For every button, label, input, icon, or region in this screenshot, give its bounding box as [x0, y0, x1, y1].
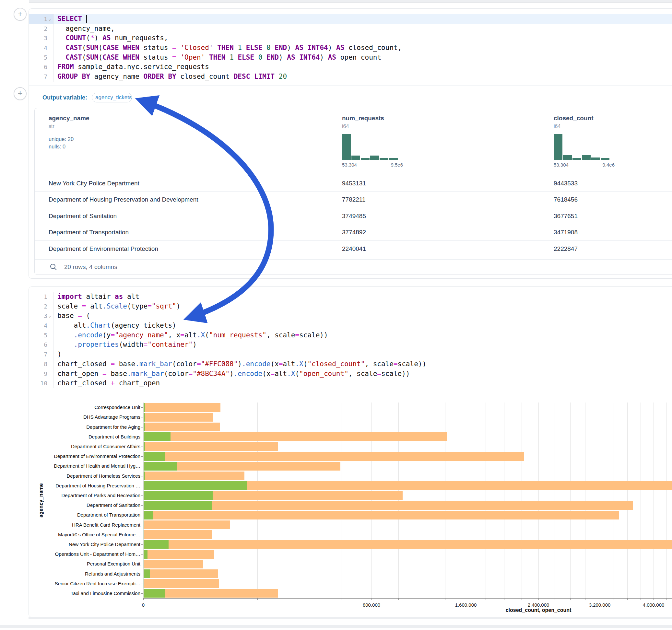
histogram-bars [554, 134, 611, 160]
code-line[interactable]: 2scale = alt.Scale(type="sqrt") [29, 302, 672, 311]
code-token: scale [57, 302, 82, 310]
code-token: ) [279, 53, 287, 61]
code-token: CAST [66, 44, 82, 51]
python-editor[interactable]: 1import altair as alt2scale = alt.Scale(… [29, 292, 672, 388]
bar-open [144, 550, 147, 559]
code-line[interactable]: 8chart_closed = base.mark_bar(color="#FF… [29, 359, 672, 369]
code-token: = [78, 312, 82, 319]
table-row[interactable]: New York City Police Department945313194… [35, 175, 672, 191]
table-row[interactable]: Department of Sanitation37494853677651 [35, 208, 672, 224]
code-line[interactable]: 1⌄SELECT [29, 14, 672, 24]
column-header[interactable]: agency_namestrunique: 20nulls: 0 [49, 115, 90, 150]
code-token: ( [304, 360, 308, 368]
bar-chart: Correspondence UnitDHS Advantage Program… [29, 401, 672, 615]
code-line[interactable]: 4 CAST(SUM(CASE WHEN status = 'Closed' T… [29, 43, 672, 53]
code-token: (agency_tickets) [111, 321, 176, 329]
chart-gridline [341, 403, 341, 598]
line-number-gutter: 6 [29, 340, 53, 350]
code-token: "closed_count" [307, 360, 365, 368]
y-axis-label: Department of Environmental Protection [29, 453, 140, 459]
table-row[interactable]: Department of Transportation377489234719… [35, 224, 672, 240]
python-cell: 1import altair as alt2scale = alt.Scale(… [28, 287, 672, 617]
code-line[interactable]: 6 .properties(width="container") [29, 340, 672, 350]
y-axis-label: Department of Housing Preservation … [29, 483, 140, 489]
code-line[interactable]: 3⌄base = ( [29, 311, 672, 321]
code-line[interactable]: 5 CAST(SUM(CASE WHEN status = 'Open' THE… [29, 53, 672, 63]
code-line[interactable]: 7GROUP BY agency_name ORDER BY closed_co… [29, 72, 672, 82]
bar-open [144, 530, 144, 539]
y-axis-tick [141, 456, 143, 457]
code-token [242, 44, 246, 51]
code-token: ) [176, 302, 181, 310]
code-line-text: scale = alt.Scale(type="sqrt") [53, 302, 672, 311]
column-name: closed_count [554, 115, 611, 122]
bar-open [144, 501, 212, 510]
fold-icon [47, 24, 52, 34]
code-token: ) [328, 44, 336, 51]
code-token: ) [320, 53, 328, 61]
search-icon[interactable] [50, 264, 57, 271]
table-cell: 7782211 [342, 192, 366, 208]
code-token: ORDER BY [144, 73, 176, 80]
line-number-gutter: 3 [29, 33, 53, 43]
code-token: , scale [349, 370, 377, 378]
code-line-text: ) [53, 350, 672, 359]
code-line[interactable]: 4 alt.Chart(agency_tickets) [29, 321, 672, 331]
add-cell-button-top[interactable]: + [14, 8, 27, 21]
code-line[interactable]: 1import altair as alt [29, 292, 672, 302]
code-token: ) [287, 44, 295, 51]
table-cell: 9453131 [342, 175, 366, 191]
code-token [250, 73, 254, 80]
histogram-bar [370, 155, 379, 160]
y-axis-label: Department of Buildings [29, 434, 140, 440]
code-token: CASE [102, 44, 119, 51]
y-axis-tick [141, 505, 143, 506]
y-axis-label: Correspondence Unit [29, 405, 140, 410]
code-token: 0 [266, 44, 271, 51]
y-axis-label: Personal Exemption Unit [29, 561, 140, 567]
histogram: 53,3049.5e6 [342, 134, 400, 168]
line-number-gutter: 9 [29, 369, 53, 379]
code-line-text: FROM sample_data.nyc.service_requests [53, 62, 672, 72]
code-token: = [147, 302, 152, 310]
code-line[interactable]: 2 agency_name, [29, 24, 672, 34]
add-cell-button-output[interactable]: + [14, 87, 27, 100]
code-line[interactable]: 7) [29, 350, 672, 359]
sql-cell: 1⌄SELECT 2 agency_name,3 COUNT(*) AS num… [28, 8, 672, 279]
code-token: , scale [365, 360, 393, 368]
column-header[interactable]: num_requestsi6453,3049.5e6 [342, 115, 400, 168]
code-line[interactable]: 9chart_open = base.mark_bar(color="#8BC3… [29, 369, 672, 379]
code-line[interactable]: 3 COUNT(*) AS num_requests, [29, 33, 672, 43]
bar-closed [144, 432, 447, 441]
code-line[interactable]: 5 .encode(y="agency_name", x=alt.X("num_… [29, 331, 672, 340]
fold-icon[interactable]: ⌄ [47, 311, 52, 321]
line-number-gutter: 6 [29, 62, 53, 72]
code-token: .Scale [102, 302, 127, 310]
table-row[interactable]: Department of Environmental Protection22… [35, 240, 672, 257]
fold-icon [47, 331, 52, 340]
table-row[interactable]: Department of Housing Preservation and D… [35, 191, 672, 208]
y-axis-tick [141, 535, 143, 535]
code-token: (x [262, 370, 270, 378]
sql-editor[interactable]: 1⌄SELECT 2 agency_name,3 COUNT(*) AS num… [29, 14, 672, 82]
fold-icon[interactable]: ⌄ [47, 14, 52, 24]
code-line[interactable]: 10chart_closed + chart_open [29, 379, 672, 388]
code-token: .encode [234, 370, 263, 378]
code-line[interactable]: 6FROM sample_data.nyc.service_requests [29, 62, 672, 72]
code-token: ( [86, 34, 91, 42]
y-axis-line [143, 403, 144, 598]
y-axis-tick [141, 584, 143, 584]
line-number-gutter: 8 [29, 359, 53, 369]
y-axis-label: Department of Transportation [29, 512, 140, 518]
chart-gridline [555, 403, 555, 598]
column-header[interactable]: closed_counti6453,3049.4e6 [554, 115, 611, 168]
line-number-gutter: 3⌄ [29, 311, 53, 321]
code-token: (color [172, 360, 197, 368]
fold-icon [47, 369, 52, 379]
code-token: 0 [258, 53, 263, 61]
histogram-min-label: 53,304 [342, 162, 357, 168]
chart-gridline [585, 403, 585, 598]
code-token [57, 331, 74, 339]
output-variable-pill[interactable]: agency_tickets [92, 93, 132, 102]
histogram-labels: 53,3049.4e6 [554, 162, 615, 168]
